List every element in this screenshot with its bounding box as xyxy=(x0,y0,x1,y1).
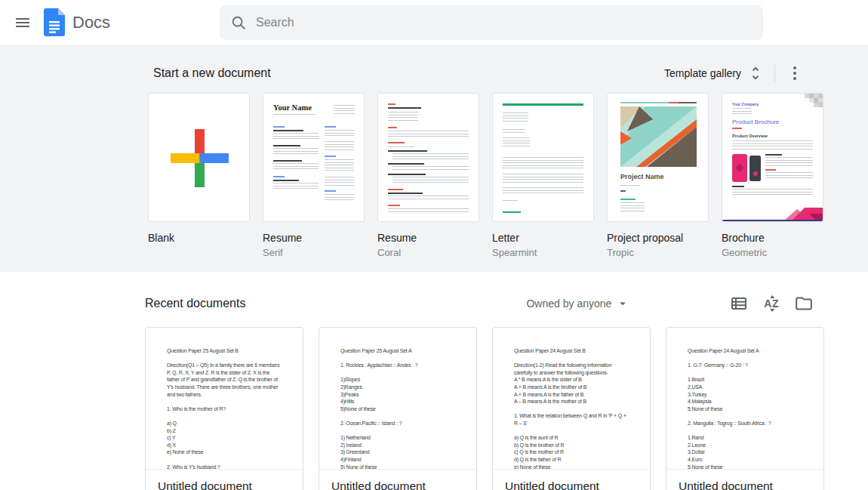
list-view-button[interactable] xyxy=(729,294,749,313)
template-card-resume-serif[interactable]: Your Name xyxy=(263,93,365,222)
line xyxy=(765,154,782,156)
recent-document-card[interactable]: Question Paper 25 August Set A 1. Rockie… xyxy=(319,327,477,490)
document-title: Untitled document xyxy=(158,479,291,490)
open-file-picker-button[interactable] xyxy=(794,294,814,313)
line xyxy=(765,172,813,179)
recent-document-card[interactable]: Question Paper 24 August Set B Direction… xyxy=(492,327,651,490)
line xyxy=(388,163,424,165)
line xyxy=(325,177,354,186)
line xyxy=(325,190,336,192)
document-card-footer: Untitled document xyxy=(666,469,823,490)
line xyxy=(334,105,355,115)
line xyxy=(273,160,302,162)
line xyxy=(765,157,813,166)
template-card-blank[interactable] xyxy=(148,93,250,222)
template-subtitle: Spearmint xyxy=(492,247,594,258)
line xyxy=(325,126,336,128)
recent-documents-section: Recent documents Owned by anyone AZ xyxy=(0,272,868,490)
line xyxy=(325,159,354,173)
more-options-button[interactable] xyxy=(786,64,804,82)
line xyxy=(392,166,469,171)
document-title: Untitled document xyxy=(505,479,638,490)
line xyxy=(503,137,530,147)
line xyxy=(732,189,813,196)
line xyxy=(388,131,469,137)
template-card-resume-coral[interactable] xyxy=(377,93,479,222)
template-preview xyxy=(378,94,479,221)
template-gallery-label: Template gallery xyxy=(664,67,741,79)
line xyxy=(503,211,521,213)
owner-filter-label: Owned by anyone xyxy=(526,297,611,310)
docs-logo-icon xyxy=(44,8,65,36)
owner-filter-dropdown[interactable]: Owned by anyone xyxy=(526,297,629,310)
line xyxy=(273,148,319,156)
line xyxy=(620,199,636,200)
main-menu-button[interactable] xyxy=(8,8,38,38)
line xyxy=(388,150,427,152)
line xyxy=(388,189,403,190)
start-new-document-section: Start a new document Template gallery Bl… xyxy=(0,45,868,272)
line xyxy=(732,108,752,115)
pink-corner-graphic xyxy=(774,205,823,220)
line xyxy=(325,141,354,150)
template-subtitle: Coral xyxy=(377,247,479,258)
line xyxy=(388,205,400,206)
document-preview: Question Paper 25 August Set B Direction… xyxy=(146,328,303,469)
line xyxy=(620,185,640,187)
line xyxy=(388,208,469,212)
document-card-footer: Untitled document xyxy=(493,469,650,490)
template-title: Resume xyxy=(377,232,479,244)
sort-az-button[interactable]: AZ xyxy=(764,294,779,313)
line xyxy=(325,130,354,137)
line xyxy=(620,190,626,192)
search-input[interactable] xyxy=(256,16,753,29)
line xyxy=(273,145,300,146)
line xyxy=(325,156,336,157)
template-preview: Your Name xyxy=(263,94,364,221)
document-card-footer: Untitled document xyxy=(146,469,303,490)
line xyxy=(392,153,469,160)
template-preview: Project Name xyxy=(608,94,708,221)
recent-documents-row: Question Paper 25 August Set B Direction… xyxy=(145,327,824,490)
caret-down-icon xyxy=(616,297,629,310)
line xyxy=(765,169,776,171)
document-preview: Question Paper 24 August Set A 1. G-7: G… xyxy=(666,328,823,469)
template-title: Project proposal xyxy=(607,232,709,244)
template-title: Blank xyxy=(148,232,250,244)
preview-heading-text: Product Brochure xyxy=(732,119,813,125)
template-title: Brochure xyxy=(722,232,823,244)
line xyxy=(388,146,414,149)
dark-phone-graphic xyxy=(749,156,761,181)
document-preview: Question Paper 25 August Set A 1. Rockie… xyxy=(319,328,476,469)
template-gallery-button[interactable]: Template gallery xyxy=(664,65,764,82)
search-bar[interactable] xyxy=(220,5,763,40)
line xyxy=(503,187,583,194)
divider xyxy=(774,64,775,82)
template-subtitle: Serif xyxy=(263,247,365,258)
line xyxy=(503,112,528,122)
docs-home-link[interactable]: Docs xyxy=(44,8,110,36)
line xyxy=(388,142,405,143)
line xyxy=(503,200,518,203)
line xyxy=(503,103,583,106)
line xyxy=(388,107,421,109)
recent-document-card[interactable]: Question Paper 24 August Set A 1. G-7: G… xyxy=(666,327,824,490)
line xyxy=(732,128,742,129)
line xyxy=(388,174,426,175)
recent-document-card[interactable]: Question Paper 25 August Set B Direction… xyxy=(145,327,303,490)
folder-icon xyxy=(795,294,813,313)
document-title: Untitled document xyxy=(331,479,464,490)
line xyxy=(273,176,285,177)
template-card-project-proposal-tropic[interactable]: Project Name xyxy=(607,93,709,222)
multicolor-plus-icon xyxy=(171,129,229,187)
preview-subheading-text: Product Overview xyxy=(732,134,813,138)
template-preview: Your Company Product Brochure Product Ov… xyxy=(722,94,823,221)
line xyxy=(388,103,396,105)
section-title-recent-documents: Recent documents xyxy=(145,297,526,310)
line xyxy=(503,157,583,169)
preview-name-text: Project Name xyxy=(620,173,664,180)
template-card-brochure-geometric[interactable]: Your Company Product Brochure Product Ov… xyxy=(722,93,823,222)
template-card-letter-spearmint[interactable] xyxy=(492,93,594,222)
template-preview xyxy=(493,94,593,221)
line xyxy=(273,133,319,141)
